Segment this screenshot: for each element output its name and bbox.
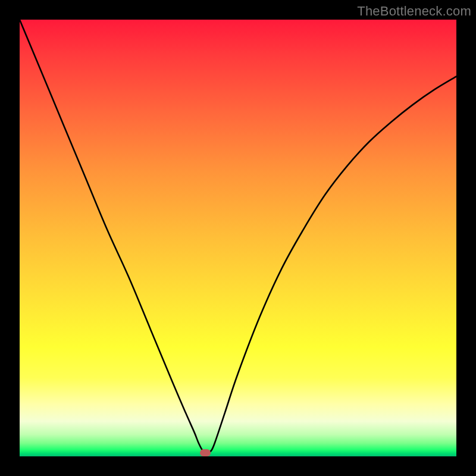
chart-frame: TheBottleneck.com — [0, 0, 476, 476]
plot-area — [20, 20, 456, 456]
watermark-text: TheBottleneck.com — [357, 4, 471, 19]
optimal-point-marker — [200, 449, 211, 456]
bottleneck-curve — [20, 20, 456, 453]
curve-layer — [20, 20, 456, 456]
